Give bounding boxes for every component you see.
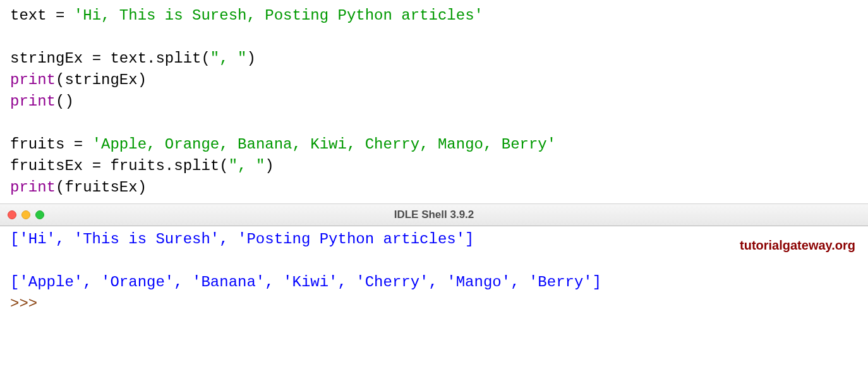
code-editor-area[interactable]: text = 'Hi, This is Suresh, Posting Pyth… (0, 0, 868, 203)
code-token: >>> (10, 295, 47, 312)
watermark-text: tutorialgateway.org (740, 236, 855, 254)
code-token: ) (246, 50, 255, 67)
shell-window-title: IDLE Shell 3.9.2 (394, 207, 474, 222)
traffic-lights (8, 210, 44, 219)
code-token: (fruitsEx) (56, 179, 147, 196)
code-line (10, 112, 858, 134)
shell-window-titlebar: IDLE Shell 3.9.2 (0, 203, 868, 226)
code-line (10, 27, 858, 48)
code-line: text = 'Hi, This is Suresh, Posting Pyth… (10, 5, 858, 27)
maximize-button[interactable] (35, 210, 44, 219)
code-token: fruits (10, 136, 74, 153)
code-token: text.split( (101, 50, 210, 67)
code-line: print(fruitsEx) (10, 177, 858, 198)
code-line: fruitsEx = fruits.split(", ") (10, 155, 858, 177)
output-line: ['Apple', 'Orange', 'Banana', 'Kiwi', 'C… (10, 272, 858, 293)
minimize-button[interactable] (21, 210, 30, 219)
code-line: print(stringEx) (10, 70, 858, 91)
code-token: ) (265, 157, 274, 174)
code-token: ['Apple', 'Orange', 'Banana', 'Kiwi', 'C… (10, 274, 601, 291)
code-token: 'Apple, Orange, Banana, Kiwi, Cherry, Ma… (92, 136, 557, 153)
code-token: = (56, 7, 64, 24)
shell-output-area[interactable]: ['Hi', 'This is Suresh', 'Posting Python… (0, 226, 868, 317)
code-token: text (10, 7, 56, 24)
code-token: ", " (229, 157, 265, 174)
code-line: fruits = 'Apple, Orange, Banana, Kiwi, C… (10, 134, 858, 155)
code-token: 'Hi, This is Suresh, Posting Python arti… (74, 7, 483, 24)
output-line: >>> (10, 293, 858, 315)
code-token: print (10, 93, 56, 110)
output-line (10, 250, 858, 272)
code-token: fruits.split( (101, 157, 229, 174)
code-token: stringEx (10, 50, 92, 67)
output-line: ['Hi', 'This is Suresh', 'Posting Python… (10, 229, 858, 250)
code-line: print() (10, 91, 858, 112)
code-token: print (10, 71, 56, 88)
code-token: = (92, 157, 101, 174)
code-token: () (56, 93, 74, 110)
close-button[interactable] (8, 210, 16, 219)
code-token: = (92, 50, 101, 67)
code-token (83, 136, 92, 153)
code-line: stringEx = text.split(", ") (10, 48, 858, 70)
code-token: = (74, 136, 83, 153)
code-token: fruitsEx (10, 157, 92, 174)
code-token (64, 7, 73, 24)
code-token: ", " (210, 50, 247, 67)
code-token: ['Hi', 'This is Suresh', 'Posting Python… (10, 231, 474, 248)
code-token: print (10, 179, 56, 196)
code-token: (stringEx) (56, 71, 147, 88)
